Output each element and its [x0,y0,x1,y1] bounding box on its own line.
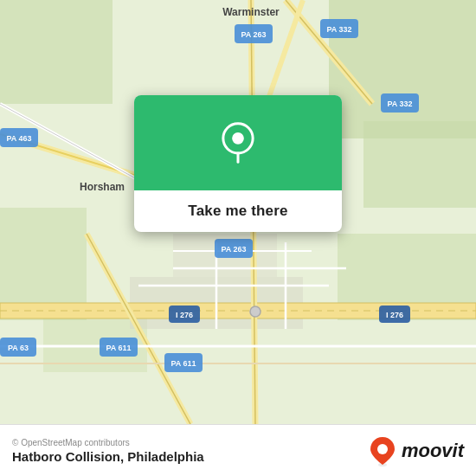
moovit-brand-name: moovit [402,440,464,462]
svg-text:PA 63: PA 63 [8,344,29,352]
svg-text:Warminster: Warminster [222,6,280,18]
svg-rect-3 [363,121,476,208]
svg-rect-1 [0,0,113,104]
location-pin-icon [217,122,259,164]
svg-text:I 276: I 276 [176,311,193,319]
svg-text:PA 263: PA 263 [221,245,246,254]
popup-green-section [134,95,342,190]
svg-text:PA 263: PA 263 [241,30,266,39]
svg-text:Horsham: Horsham [80,181,125,193]
svg-point-57 [377,444,388,454]
svg-text:PA 463: PA 463 [6,134,31,143]
bottom-left-section: © OpenStreetMap contributors Hatboro Col… [12,438,367,464]
bottom-bar: © OpenStreetMap contributors Hatboro Col… [0,424,476,476]
map-container: PA 263 PA 332 PA 332 PA 463 PA 263 I 276… [0,0,476,424]
popup-button-area[interactable]: Take me there [134,190,342,232]
moovit-logo: moovit [367,435,464,466]
popup-card: Take me there [134,95,342,232]
svg-text:PA 332: PA 332 [387,100,412,108]
moovit-pin-icon [367,435,398,466]
svg-point-54 [232,132,244,145]
osm-attribution: © OpenStreetMap contributors [12,438,367,447]
location-name: Hatboro Collision, Philadelphia [12,449,367,464]
take-me-there-button[interactable]: Take me there [188,203,287,220]
svg-text:PA 611: PA 611 [106,344,131,352]
svg-text:PA 611: PA 611 [170,359,196,368]
svg-text:PA 332: PA 332 [326,25,351,34]
svg-point-30 [250,306,261,317]
svg-text:I 276: I 276 [386,311,403,319]
